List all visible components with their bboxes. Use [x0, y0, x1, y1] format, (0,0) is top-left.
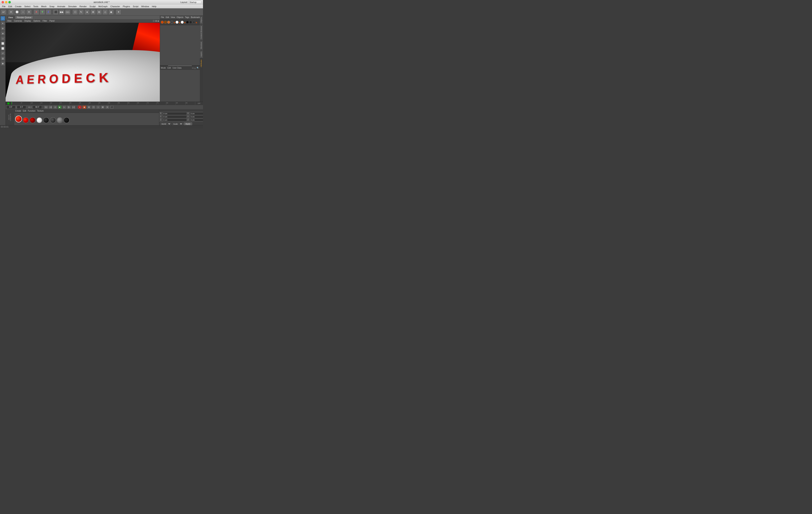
mat-icon-4[interactable]	[170, 21, 173, 24]
rp-tags[interactable]: Tags	[185, 16, 189, 19]
rotate-tool-button[interactable]: ○	[20, 9, 26, 15]
scale-tool-button[interactable]: ✛	[26, 9, 32, 15]
view-tab[interactable]: View	[6, 16, 15, 19]
sculpt-tool-btn[interactable]: ⊕	[0, 26, 5, 31]
3d-viewport[interactable]: AERODECK	[6, 23, 160, 102]
mat-create[interactable]: Create	[15, 110, 21, 112]
layout-dropdown[interactable]: Startup Standard Animate	[188, 1, 201, 4]
mat-carbon[interactable]: carbonf	[63, 117, 69, 123]
anim-record-button[interactable]: ▶▶	[59, 9, 64, 15]
mat-icon-7[interactable]	[179, 22, 180, 23]
poly-button[interactable]: ⬡	[72, 9, 78, 15]
vp-icon-2[interactable]: ⊞	[155, 20, 157, 22]
vp-filter-menu[interactable]: Filter	[42, 20, 48, 22]
render-queue-tab[interactable]: Render Queue	[15, 16, 33, 19]
keyframe-button[interactable]: ⬛	[53, 9, 59, 15]
go-start-btn[interactable]: |◁	[44, 105, 48, 109]
mat-icon-10[interactable]	[186, 21, 189, 24]
mat-icon-13[interactable]	[196, 22, 197, 23]
menu-animate[interactable]: Animate	[56, 5, 66, 8]
menu-sculpt[interactable]: Sculpt	[88, 5, 97, 8]
render-button[interactable]: ◉	[108, 9, 114, 15]
motion-btn[interactable]: ⊕	[87, 105, 91, 109]
menu-select[interactable]: Select	[23, 5, 32, 8]
mat-edit[interactable]: Edit	[23, 110, 26, 112]
mat-icon-1[interactable]	[161, 21, 164, 24]
menu-window[interactable]: Window	[140, 5, 150, 8]
menu-snap[interactable]: Snap	[48, 5, 56, 8]
mat-carpaint[interactable]: Car pai	[15, 116, 22, 123]
mat-icon-3[interactable]	[167, 21, 170, 24]
play-btn[interactable]: ▶	[58, 105, 62, 109]
mat-icon-11[interactable]	[189, 21, 192, 24]
mat-icon-9[interactable]	[184, 22, 185, 23]
mat-1[interactable]: Mat.1	[23, 117, 29, 123]
perspective-view-btn[interactable]: ⬡	[0, 16, 5, 21]
mat-texture[interactable]: Texture	[37, 110, 44, 112]
x-pos-input[interactable]	[163, 112, 186, 115]
mat-nospec[interactable]: NoSpec	[57, 117, 63, 123]
mat-white[interactable]: Mat.	[36, 117, 42, 123]
vp-options-menu[interactable]: Options	[33, 20, 41, 22]
next-key-btn[interactable]: |▷	[67, 105, 71, 109]
param-btn[interactable]: ≡	[105, 105, 109, 109]
rot-btn[interactable]: ○	[96, 105, 100, 109]
auto-key-btn[interactable]: ◉	[82, 105, 86, 109]
tool-10[interactable]: ◉	[0, 61, 5, 66]
grid-button[interactable]: ⊟	[96, 9, 102, 15]
mat-icon-6[interactable]	[176, 21, 178, 24]
z-axis-button[interactable]: Z	[46, 9, 51, 15]
menu-tools[interactable]: Tools	[32, 5, 39, 8]
menu-simulate[interactable]: Simulate	[67, 5, 78, 8]
vp-panel-menu[interactable]: Panel	[49, 20, 56, 22]
y-pos-input[interactable]	[163, 115, 186, 118]
z-size-input[interactable]	[190, 118, 203, 121]
mat-window[interactable]: Window	[43, 117, 49, 123]
attr-search-icon[interactable]: 🔍	[197, 67, 199, 69]
mat-icon-5[interactable]	[174, 22, 175, 23]
menu-plugins[interactable]: Plugins	[122, 5, 131, 8]
rp-view[interactable]: View	[171, 16, 175, 19]
menu-help[interactable]: Help	[151, 5, 157, 8]
world-select[interactable]: World Object	[160, 123, 171, 125]
model-tool-btn[interactable]: ✦	[0, 21, 5, 26]
go-end-btn[interactable]: ▷|	[71, 105, 76, 109]
uv-tool-btn[interactable]: ◈	[0, 31, 5, 36]
mat-icon-12[interactable]	[193, 21, 195, 24]
array-button[interactable]: ⊞	[90, 9, 96, 15]
record-btn[interactable]: ●	[78, 105, 82, 109]
scale-select[interactable]: Scale	[172, 123, 183, 125]
current-frame-input[interactable]	[6, 106, 16, 109]
apply-button[interactable]: Apply	[184, 123, 192, 125]
attr-up-icon[interactable]: △	[194, 67, 196, 69]
menu-edit[interactable]: Edit	[7, 5, 13, 8]
tool-9[interactable]: ▥	[0, 56, 5, 61]
next-frame-btn[interactable]: ▷	[62, 105, 66, 109]
vp-view-menu[interactable]: View	[6, 20, 12, 22]
mat-function[interactable]: Function	[28, 110, 35, 112]
menu-character[interactable]: Character	[109, 5, 121, 8]
vp-icon-3[interactable]: ◈	[157, 20, 159, 22]
floor-btn[interactable]: ⬜	[0, 46, 5, 51]
mat-2[interactable]: Mat.	[30, 117, 35, 123]
sphere-button[interactable]: ●	[84, 9, 90, 15]
vp-cameras-menu[interactable]: Cameras	[13, 20, 23, 22]
layers-tab[interactable]: Layers	[200, 50, 203, 58]
null-btn[interactable]: ⬜	[0, 41, 5, 46]
content-browser-tab[interactable]: Content Browser	[200, 24, 203, 40]
vp-display-menu[interactable]: Display	[24, 20, 32, 22]
attr-edit[interactable]: Edit	[168, 67, 171, 69]
timeline-playhead[interactable]	[11, 102, 11, 105]
y-size-input[interactable]	[190, 115, 203, 118]
rp-objects[interactable]: Objects	[177, 16, 183, 19]
bp-tool-btn[interactable]: ◇	[0, 36, 5, 41]
menu-render[interactable]: Render	[78, 5, 88, 8]
x-axis-button[interactable]: X	[34, 9, 39, 15]
undo-button[interactable]: ↩	[1, 9, 6, 15]
scale-btn-t[interactable]: ⊞	[101, 105, 105, 109]
anim-button-2[interactable]: ▷▷	[65, 9, 70, 15]
z-pos-input[interactable]	[163, 118, 186, 121]
deform-button[interactable]: ◇	[102, 9, 108, 15]
attr-user-data[interactable]: User Data	[172, 67, 181, 69]
menu-mesh[interactable]: Mesh	[40, 5, 48, 8]
